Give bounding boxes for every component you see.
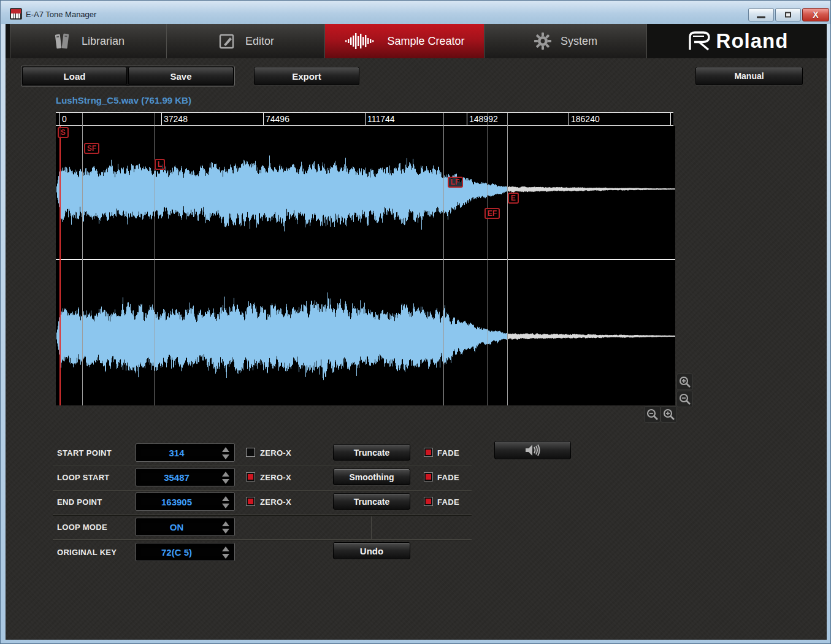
application-window: E-A7 Tone Manager X Librarian Editor xyxy=(0,0,831,644)
app-keyboard-icon xyxy=(10,8,22,20)
vertical-zoom-in-button[interactable] xyxy=(676,374,693,390)
loop-start-stepper[interactable] xyxy=(221,471,230,485)
minimize-button[interactable] xyxy=(748,8,774,21)
maximize-button[interactable] xyxy=(775,8,801,21)
close-button[interactable]: X xyxy=(802,8,829,21)
end-zero-x-checkbox[interactable] xyxy=(246,497,255,506)
start-point-line[interactable] xyxy=(59,126,61,405)
sample-ruler[interactable]: 0 37248 74496 111744 148992 186240 1 xyxy=(56,112,673,126)
ruler-tick: 111744 xyxy=(365,113,395,125)
horizontal-zoom-out-button[interactable] xyxy=(644,406,661,423)
start-point-label: START POINT xyxy=(57,448,112,458)
tab-editor[interactable]: Editor xyxy=(167,24,325,58)
loop-mode-label: LOOP MODE xyxy=(57,523,107,532)
waveform-icon xyxy=(344,32,378,50)
vertical-zoom-out-button[interactable] xyxy=(676,391,693,407)
end-fade-line[interactable] xyxy=(488,113,488,405)
ruler-tick: 74496 xyxy=(263,113,289,125)
truncate-start-button[interactable]: Truncate xyxy=(333,444,410,461)
loop-zero-x-label: ZERO-X xyxy=(260,473,291,482)
marker-start[interactable]: S xyxy=(58,127,69,138)
ruler-tick: 186240 xyxy=(569,113,600,125)
marker-end[interactable]: E xyxy=(508,193,519,204)
start-zero-x-checkbox[interactable] xyxy=(246,448,255,457)
tab-system[interactable]: System xyxy=(484,24,647,58)
audition-button[interactable] xyxy=(494,441,571,459)
loop-start-value: 35487 xyxy=(136,469,217,486)
tab-label: Editor xyxy=(245,35,274,48)
start-zero-x-label: ZERO-X xyxy=(260,448,291,458)
start-fade-line[interactable] xyxy=(82,113,83,405)
pencil-pad-icon xyxy=(217,32,237,50)
original-key-stepper[interactable] xyxy=(221,546,230,559)
tab-label: Librarian xyxy=(82,35,124,48)
ruler-tick: 148992 xyxy=(467,113,498,125)
save-button[interactable]: Save xyxy=(128,67,234,85)
export-button[interactable]: Export xyxy=(254,67,359,85)
waveform-canvas[interactable] xyxy=(56,126,675,405)
titlebar: E-A7 Tone Manager X xyxy=(1,1,831,24)
start-fade-label: FADE xyxy=(437,448,459,458)
end-point-value: 163905 xyxy=(136,493,217,510)
magnifier-minus-icon xyxy=(646,408,659,421)
undo-connector-line xyxy=(371,516,372,539)
original-key-value: 72(C 5) xyxy=(136,543,217,561)
start-point-stepper[interactable] xyxy=(221,447,230,460)
start-point-field[interactable]: 314 xyxy=(136,443,235,462)
ruler-tick: 0 xyxy=(59,113,67,125)
ruler-tick: 37248 xyxy=(161,113,188,125)
loop-mode-field[interactable]: ON xyxy=(136,518,235,536)
magnifier-plus-icon xyxy=(662,408,676,421)
minimize-icon xyxy=(757,17,765,18)
truncate-end-button[interactable]: Truncate xyxy=(333,493,410,510)
marker-end-fade[interactable]: EF xyxy=(484,208,500,219)
magnifier-plus-icon xyxy=(678,375,692,389)
end-fade-checkbox[interactable] xyxy=(424,497,433,506)
loop-fade-line[interactable] xyxy=(443,113,444,405)
loop-mode-stepper[interactable] xyxy=(221,521,230,534)
loop-start-label: LOOP START xyxy=(57,473,110,482)
end-point-label: END POINT xyxy=(57,497,102,507)
end-fade-label: FADE xyxy=(437,497,459,507)
load-button[interactable]: Load xyxy=(22,67,127,85)
separator xyxy=(53,490,472,491)
start-fade-checkbox[interactable] xyxy=(424,448,433,457)
maximize-icon xyxy=(785,12,791,18)
loop-fade-label: FADE xyxy=(437,473,459,482)
original-key-label: ORIGINAL KEY xyxy=(57,548,117,557)
horizontal-zoom-in-button[interactable] xyxy=(661,406,677,423)
brand-name: Roland xyxy=(716,29,789,53)
loop-mode-value: ON xyxy=(136,518,217,535)
manual-button[interactable]: Manual xyxy=(695,67,803,85)
brand-area: Roland xyxy=(647,24,827,58)
end-point-line[interactable] xyxy=(507,113,508,405)
marker-loop-fade[interactable]: LF xyxy=(448,177,463,188)
end-zero-x-label: ZERO-X xyxy=(260,497,291,507)
speaker-icon xyxy=(524,443,542,457)
close-icon: X xyxy=(813,10,818,20)
marker-loop[interactable]: L xyxy=(155,159,165,170)
tab-bar: Librarian Editor Sample Creator xyxy=(6,24,827,58)
end-point-field[interactable]: 163905 xyxy=(136,493,235,511)
original-key-field[interactable]: 72(C 5) xyxy=(136,543,235,561)
start-point-value: 314 xyxy=(136,444,217,461)
tab-sample-creator[interactable]: Sample Creator xyxy=(325,24,484,58)
smoothing-button[interactable]: Smoothing xyxy=(333,469,410,485)
loop-start-field[interactable]: 35487 xyxy=(136,468,235,486)
tab-label: Sample Creator xyxy=(387,35,464,48)
books-icon xyxy=(52,32,73,50)
end-point-stepper[interactable] xyxy=(221,496,230,509)
roland-r-logo-icon xyxy=(686,30,713,52)
gear-icon xyxy=(534,32,552,50)
sample-filename: LushStrng_C5.wav (761.99 KB) xyxy=(56,95,191,105)
loop-zero-x-checkbox[interactable] xyxy=(246,472,255,481)
loop-start-line[interactable] xyxy=(155,113,155,405)
undo-button[interactable]: Undo xyxy=(333,542,410,559)
separator xyxy=(53,539,472,540)
tab-label: System xyxy=(561,35,597,48)
tab-librarian[interactable]: Librarian xyxy=(10,24,167,58)
loop-fade-checkbox[interactable] xyxy=(424,472,433,481)
marker-start-fade[interactable]: SF xyxy=(84,143,99,154)
separator xyxy=(53,465,472,466)
window-title: E-A7 Tone Manager xyxy=(26,10,96,19)
